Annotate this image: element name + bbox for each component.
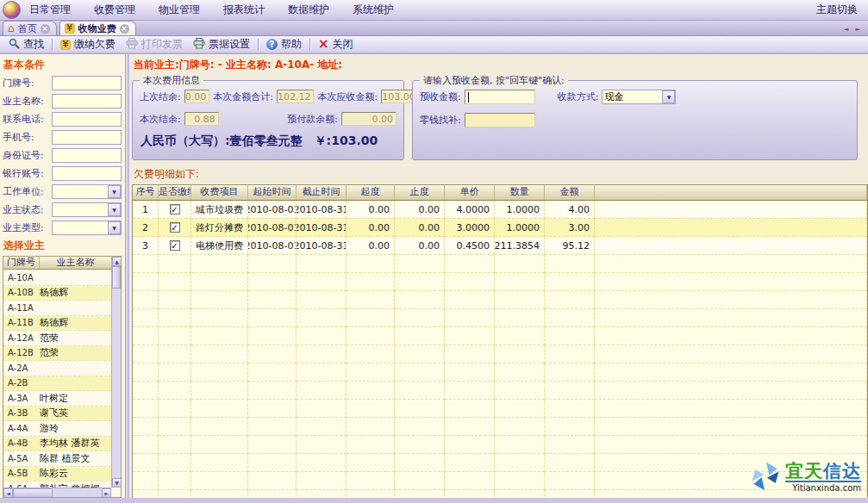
detail-cell [395, 345, 445, 363]
payment-method-label: 收款方式: [558, 90, 599, 103]
menu-item[interactable]: 系统维护 [353, 3, 394, 17]
field-input[interactable] [52, 94, 122, 109]
checkbox-checked-icon[interactable]: ✓ [170, 240, 180, 251]
detail-column-header[interactable]: 起度 [347, 185, 395, 200]
owner-row[interactable]: A-11A [3, 301, 111, 316]
detail-cell [545, 472, 595, 490]
owner-col-name[interactable]: 业主名称 [40, 257, 111, 269]
detail-row[interactable]: 2✓路灯分摊费2010-08-012010-08-310.000.003.000… [133, 219, 867, 237]
detail-cell [347, 291, 395, 309]
detail-cell: 0.00 [347, 219, 395, 237]
detail-column-header[interactable]: 金额 [545, 185, 595, 200]
detail-cell [545, 436, 595, 454]
scroll-thumb[interactable] [13, 488, 53, 498]
owner-row[interactable]: A-12B范荣 [3, 346, 111, 362]
owner-row[interactable]: A-6A郭礼宁 曾媚媚 [3, 481, 111, 487]
detail-cell [248, 400, 297, 418]
detail-cell [248, 472, 297, 490]
tab-close-icon[interactable]: × [120, 24, 129, 34]
detail-cell [347, 255, 395, 273]
prepay-amount-input[interactable] [465, 90, 535, 104]
menu-item[interactable]: 物业管理 [159, 3, 200, 17]
detail-cell [191, 273, 248, 291]
detail-column-header[interactable]: 单价 [445, 185, 495, 200]
detail-cell [133, 490, 159, 498]
find-button[interactable]: 查找 [3, 36, 49, 53]
scroll-right-icon[interactable]: ► [102, 488, 111, 498]
chevron-down-icon[interactable]: ▼ [108, 203, 121, 216]
menu-item[interactable]: 日常管理 [29, 3, 71, 17]
owner-row[interactable]: A-11B杨德辉 [3, 316, 111, 332]
detail-cell [545, 345, 595, 363]
owner-table: 门牌号 业主名称 A-10AA-10B杨德辉A-11AA-11B杨德辉A-12A… [3, 256, 122, 498]
chevron-down-icon[interactable]: ▼ [108, 185, 121, 198]
detail-row[interactable]: 1✓城市垃圾费2010-08-012010-08-310.000.004.000… [133, 201, 867, 219]
payment-method-select[interactable]: 现金 ▼ [602, 90, 676, 104]
detail-cell [191, 418, 248, 436]
checkbox-checked-icon[interactable]: ✓ [170, 222, 180, 233]
field-input[interactable] [52, 130, 122, 145]
owner-row[interactable]: A-2A [3, 361, 111, 376]
owner-row[interactable]: A-4A游玲 [3, 421, 111, 437]
owner-door-cell: A-10B [3, 288, 40, 297]
scroll-down-icon[interactable]: ▼ [112, 478, 122, 487]
owner-row[interactable]: A-3B谢飞英 [3, 407, 111, 422]
menu-item[interactable]: 报表统计 [223, 3, 265, 17]
owner-row[interactable]: A-2B [3, 376, 111, 392]
tab-close-icon[interactable]: × [41, 24, 50, 34]
owner-row[interactable]: A-4B李均林 潘群英 [3, 437, 111, 452]
owner-row[interactable]: A-10A [3, 270, 111, 286]
owner-vertical-scrollbar[interactable]: ▲ ▼ [111, 257, 121, 487]
owner-horizontal-scrollbar[interactable]: ◄ ► [3, 487, 111, 497]
chevron-down-icon[interactable]: ▼ [108, 221, 121, 234]
scroll-thumb[interactable] [112, 266, 121, 289]
owner-row[interactable]: A-10B杨德辉 [3, 286, 111, 301]
menu-item[interactable]: 数据维护 [288, 3, 329, 17]
close-button[interactable]: × 关闭 [313, 36, 359, 53]
checkbox-checked-icon[interactable]: ✓ [170, 204, 180, 214]
detail-column-header[interactable]: 截止时间 [297, 185, 347, 200]
pay-arrears-button[interactable]: ¥ 缴纳欠费 [55, 36, 121, 53]
detail-column-header[interactable]: 序号 [133, 185, 159, 200]
field-input[interactable] [52, 112, 122, 127]
detail-column-header[interactable]: 止度 [395, 185, 445, 200]
detail-cell: ✓ [159, 219, 191, 237]
detail-cell [445, 472, 495, 490]
owner-row[interactable]: A-5A陈群 植景文 [3, 451, 111, 467]
chevron-down-icon[interactable]: ▼ [662, 90, 675, 103]
scroll-left-icon[interactable]: ◄ [3, 488, 13, 498]
detail-cell [159, 255, 191, 273]
detail-column-header[interactable]: 是否缴纳 [159, 185, 191, 200]
help-button[interactable]: ? 帮助 [261, 36, 307, 53]
detail-cell [347, 309, 395, 327]
tab-collect-fee[interactable]: ¥ 收物业费 × [59, 21, 136, 35]
owner-row[interactable]: A-5B陈彩云 [3, 467, 111, 482]
detail-column-header[interactable]: 起始时间 [248, 185, 297, 200]
owner-col-door[interactable]: 门牌号 [3, 257, 40, 269]
ticket-setup-button[interactable]: 票据设置 [188, 36, 255, 53]
detail-cell [595, 400, 867, 418]
change-input[interactable] [465, 113, 535, 127]
detail-column-header[interactable]: 数量 [495, 185, 545, 200]
field-input[interactable] [52, 76, 122, 90]
field-row: 银行账号: [3, 165, 122, 183]
scroll-up-icon[interactable]: ▲ [112, 257, 122, 266]
theme-switch-link[interactable]: 主题切换 [816, 3, 868, 17]
field-select[interactable]: ▼ [52, 202, 122, 217]
detail-cell [191, 382, 248, 400]
tab-scroll-arrows[interactable]: ◄ ► [844, 26, 863, 33]
detail-cell: 2010-08-01 [248, 201, 297, 219]
detail-column-header[interactable]: 收费项目 [191, 185, 248, 200]
field-input[interactable] [52, 166, 122, 181]
tab-home[interactable]: ⌂ 首页 × [3, 21, 57, 35]
field-select[interactable]: ▼ [52, 184, 122, 199]
field-row: 身份证号: [3, 146, 122, 165]
detail-row[interactable]: 3✓电梯使用费2010-08-012010-08-310.000.000.450… [133, 237, 867, 255]
field-select[interactable]: ▼ [52, 220, 122, 235]
owner-row[interactable]: A-12A范荣 [3, 331, 111, 346]
detail-cell [445, 255, 495, 273]
app-orb-icon[interactable] [3, 1, 21, 19]
owner-row[interactable]: A-3A叶树定 [3, 391, 111, 407]
menu-item[interactable]: 收费管理 [94, 3, 135, 17]
field-input[interactable] [52, 148, 122, 163]
